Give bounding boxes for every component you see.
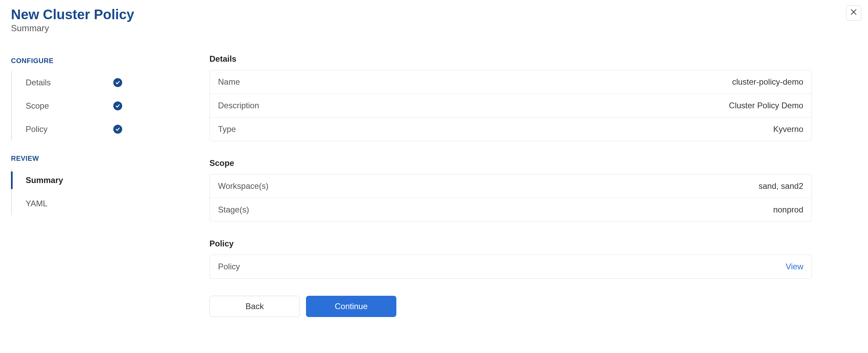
footer-actions: Back Continue	[209, 296, 812, 317]
row-label: Workspace(s)	[218, 181, 269, 191]
row-label: Name	[218, 77, 240, 87]
row-label: Description	[218, 101, 259, 110]
row-label: Stage(s)	[218, 205, 249, 215]
row-label: Policy	[218, 262, 240, 271]
policy-heading: Policy	[209, 239, 812, 248]
row-label: Type	[218, 124, 236, 134]
details-card: Name cluster-policy-demo Description Clu…	[209, 70, 812, 141]
scope-heading: Scope	[209, 158, 812, 168]
sidebar-item-label: Scope	[26, 101, 49, 111]
row-value: Kyverno	[773, 124, 803, 134]
details-row-name: Name cluster-policy-demo	[210, 70, 812, 94]
details-row-type: Type Kyverno	[210, 118, 812, 141]
sidebar: CONFIGURE Details Scope Policy	[11, 54, 196, 317]
policy-row-policy: Policy View	[210, 255, 812, 278]
policy-card: Policy View	[209, 255, 812, 279]
close-button[interactable]	[846, 5, 861, 21]
sidebar-item-label: Details	[26, 78, 51, 87]
scope-row-stages: Stage(s) nonprod	[210, 198, 812, 221]
close-icon	[850, 8, 857, 18]
row-value: sand, sand2	[758, 181, 803, 191]
page-subtitle: Summary	[11, 23, 857, 34]
page-title: New Cluster Policy	[11, 7, 857, 22]
sidebar-item-policy[interactable]: Policy	[12, 118, 128, 141]
sidebar-section-review: REVIEW	[11, 155, 196, 162]
view-policy-link[interactable]: View	[786, 262, 803, 271]
sidebar-item-label: YAML	[26, 199, 48, 208]
sidebar-review-group: Summary YAML	[11, 169, 196, 215]
sidebar-item-label: Policy	[26, 124, 48, 134]
sidebar-item-summary[interactable]: Summary	[12, 169, 128, 192]
sidebar-section-configure: CONFIGURE	[11, 57, 196, 65]
sidebar-item-yaml[interactable]: YAML	[12, 192, 128, 215]
row-value: nonprod	[773, 205, 803, 215]
row-value: cluster-policy-demo	[732, 77, 803, 87]
scope-row-workspaces: Workspace(s) sand, sand2	[210, 174, 812, 198]
scope-card: Workspace(s) sand, sand2 Stage(s) nonpro…	[209, 174, 812, 222]
sidebar-item-label: Summary	[26, 175, 63, 185]
details-row-description: Description Cluster Policy Demo	[210, 94, 812, 118]
main-content: Details Name cluster-policy-demo Descrip…	[209, 54, 812, 317]
check-icon	[113, 78, 122, 87]
row-value: Cluster Policy Demo	[729, 101, 803, 110]
sidebar-configure-group: Details Scope Policy	[11, 71, 196, 141]
check-icon	[113, 101, 122, 110]
check-icon	[113, 125, 122, 134]
sidebar-item-details[interactable]: Details	[12, 71, 128, 94]
continue-button[interactable]: Continue	[306, 296, 396, 317]
back-button[interactable]: Back	[209, 296, 300, 317]
sidebar-item-scope[interactable]: Scope	[12, 94, 128, 118]
details-heading: Details	[209, 54, 812, 64]
